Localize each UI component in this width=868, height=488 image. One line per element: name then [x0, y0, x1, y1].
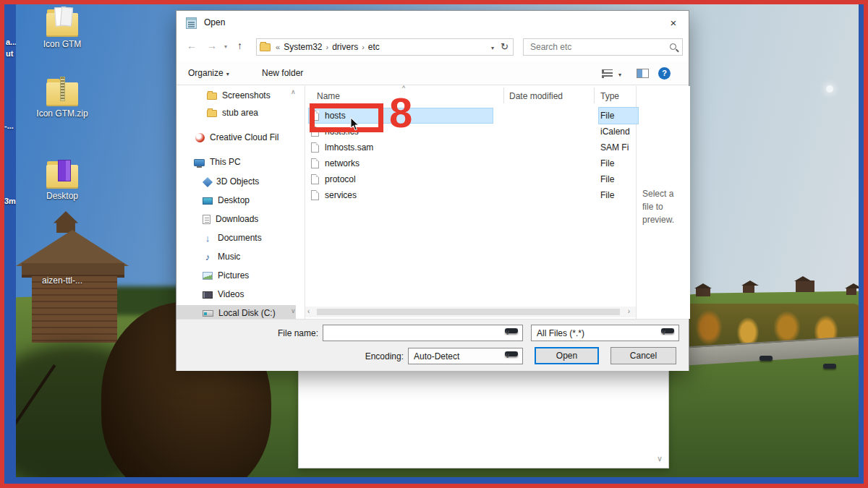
new-folder-button[interactable]: New folder: [262, 68, 303, 78]
breadcrumb-item-drivers[interactable]: drivers: [332, 42, 358, 52]
sidebar-item-label: This PC: [210, 157, 241, 167]
file-type-combobox[interactable]: All Files (*.*) ∨: [531, 325, 679, 341]
computer-icon: [194, 159, 205, 166]
file-row-lmhosts-sam[interactable]: lmhosts.sam SAM Fi: [305, 140, 631, 155]
sidebar-item-videos[interactable]: Videos: [176, 286, 296, 302]
document-icon: [203, 215, 210, 224]
file-name: lmhosts.sam: [325, 140, 373, 155]
sidebar-item-this-pc[interactable]: This PC: [176, 154, 296, 170]
sidebar-item-screenshots[interactable]: Screenshots: [176, 87, 296, 103]
breadcrumb-prefix: «: [276, 43, 280, 51]
desktop-icon-desktop-folder[interactable]: Desktop: [29, 160, 95, 201]
sidebar-item-label: Desktop: [218, 195, 250, 205]
wooden-tower-roof: [16, 230, 129, 266]
desktop-icon-aizen[interactable]: aizen-ttl-...: [29, 273, 95, 286]
breadcrumb-separator: ›: [362, 43, 365, 51]
hard-disk-icon: [203, 310, 213, 317]
scroll-right-icon[interactable]: ›: [628, 307, 630, 315]
desktop-icon-label: Icon GTM: [29, 39, 95, 49]
column-divider[interactable]: [594, 87, 595, 103]
horizontal-scrollbar[interactable]: ‹ ›: [305, 307, 636, 317]
preview-pane-icon[interactable]: [637, 69, 649, 78]
file-name-combobox[interactable]: ∨: [323, 325, 523, 341]
refresh-icon[interactable]: ↻: [501, 41, 509, 52]
sidebar-item-creative-cloud[interactable]: Creative Cloud Fil: [176, 129, 296, 145]
sidebar-item-pictures[interactable]: Pictures: [176, 267, 296, 283]
dialog-title: Open: [204, 17, 225, 27]
file-row-services[interactable]: services File: [305, 187, 631, 203]
preview-pane: Select a file to preview.: [637, 86, 690, 319]
cancel-button[interactable]: Cancel: [610, 347, 676, 364]
column-header-name[interactable]: Name: [317, 91, 340, 101]
breadcrumb[interactable]: « System32 › drivers › etc ▾ ↻: [256, 38, 514, 56]
close-button[interactable]: ×: [665, 15, 681, 31]
open-dialog: Open × ← → ▾ ↑ « System32 › drivers ›: [176, 10, 689, 371]
column-header-date-modified[interactable]: Date modified: [509, 91, 563, 101]
sidebar-item-documents[interactable]: ↓Documents: [176, 230, 296, 246]
open-folder-icon: [46, 13, 78, 37]
file-type: SAM Fi: [600, 140, 639, 155]
file-name-input[interactable]: [327, 327, 490, 338]
car: [760, 356, 773, 361]
organize-menu[interactable]: Organize▾: [188, 68, 229, 78]
clipped-icon-label: ut: [6, 49, 13, 58]
chevron-down-icon[interactable]: ∨: [505, 351, 518, 356]
column-header-type[interactable]: Type: [600, 91, 619, 101]
open-button[interactable]: Open: [535, 347, 599, 364]
column-divider[interactable]: [503, 87, 504, 103]
desktop-icon-icon-gtm[interactable]: Icon GTM: [29, 9, 95, 49]
view-options-icon[interactable]: [602, 69, 613, 78]
clipped-icon-label: -...: [4, 121, 14, 130]
sidebar-item-label: 3D Objects: [216, 176, 259, 187]
sidebar-item-3d-objects[interactable]: 3D Objects: [176, 174, 296, 189]
zip-folder-icon: [46, 82, 78, 106]
down-arrow-icon: ↓: [203, 231, 213, 246]
chevron-down-icon[interactable]: ∨: [661, 328, 674, 333]
film-icon: [203, 291, 213, 299]
desktop-icon-icon-gtm-zip[interactable]: Icon GTM.zip: [29, 78, 95, 119]
scroll-down-icon[interactable]: ∨: [291, 307, 296, 314]
folder-contents: [60, 7, 73, 26]
back-button[interactable]: ←: [187, 40, 197, 51]
file-type-value: All Files (*.*): [537, 328, 584, 338]
sidebar-item-local-disk-c[interactable]: Local Disk (C:): [176, 305, 296, 319]
background-document-window: ∨: [298, 365, 669, 468]
scroll-left-icon[interactable]: ‹: [307, 307, 310, 315]
search-icon[interactable]: [670, 43, 676, 50]
sidebar-item-label: stub area: [222, 108, 258, 118]
file-icon: [311, 174, 319, 184]
dialog-toolbar: Organize▾ New folder ▾ ?: [176, 61, 689, 85]
clipped-icon-label: 3m: [4, 197, 16, 205]
file-row-networks[interactable]: networks File: [305, 155, 631, 171]
view-options-dropdown[interactable]: ▾: [618, 72, 621, 78]
search-input[interactable]: [529, 41, 659, 53]
breadcrumb-item-etc[interactable]: etc: [368, 42, 380, 52]
help-icon[interactable]: ?: [658, 67, 671, 80]
music-note-icon: ♪: [203, 249, 213, 265]
scrollbar-thumb[interactable]: [317, 309, 620, 315]
sidebar-item-desktop[interactable]: Desktop: [176, 192, 296, 208]
file-icon: [311, 190, 319, 200]
chevron-down-icon[interactable]: ∨: [505, 328, 518, 333]
sidebar-item-music[interactable]: ♪Music: [176, 249, 296, 265]
sidebar-item-label: Downloads: [216, 214, 258, 224]
preview-message: Select a file to preview.: [642, 187, 687, 226]
address-dropdown-icon[interactable]: ▾: [491, 45, 494, 51]
sidebar-item-stub-area[interactable]: stub area: [176, 105, 296, 121]
sidebar-item-downloads[interactable]: Downloads: [176, 211, 296, 227]
recent-locations-dropdown[interactable]: ▾: [224, 43, 227, 50]
file-type: File: [600, 155, 639, 171]
folder-icon: [207, 93, 217, 100]
file-name: services: [325, 187, 357, 203]
annotation-step-number: 8: [389, 88, 412, 137]
encoding-combobox[interactable]: Auto-Detect ∨: [408, 348, 523, 364]
scroll-down-icon[interactable]: ∨: [657, 454, 663, 463]
file-row-protocol[interactable]: protocol File: [305, 171, 631, 187]
cube-icon: [203, 177, 213, 187]
file-icon: [311, 142, 319, 153]
breadcrumb-item-system32[interactable]: System32: [284, 42, 322, 52]
dialog-titlebar[interactable]: Open ×: [176, 11, 689, 35]
forward-button[interactable]: →: [207, 40, 217, 51]
house: [696, 288, 710, 296]
up-button[interactable]: ↑: [237, 40, 242, 51]
